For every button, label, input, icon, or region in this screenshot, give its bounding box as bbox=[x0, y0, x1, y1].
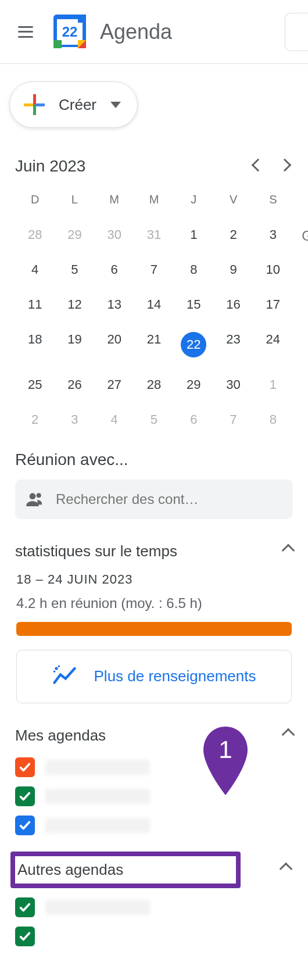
time-insights-average: 4.2 h en réunion (moy. : 6.5 h) bbox=[16, 595, 292, 611]
mini-cal-day[interactable]: 26 bbox=[55, 373, 94, 397]
calendar-name-redacted bbox=[45, 818, 150, 833]
calendar-item[interactable] bbox=[15, 922, 293, 951]
calendar-name-redacted bbox=[45, 900, 150, 915]
calendar-name-redacted bbox=[45, 760, 150, 775]
calendar-item[interactable] bbox=[15, 893, 293, 922]
time-insights-range: 18 – 24 JUIN 2023 bbox=[16, 572, 292, 587]
svg-rect-3 bbox=[53, 40, 62, 48]
mini-cal-day[interactable]: 22 bbox=[174, 327, 213, 362]
mini-cal-day[interactable]: 6 bbox=[174, 407, 213, 432]
mini-cal-day[interactable]: 16 bbox=[213, 292, 253, 317]
mini-cal-day[interactable]: 3 bbox=[253, 223, 293, 247]
people-icon bbox=[26, 490, 44, 509]
mini-cal-day[interactable]: 23 bbox=[213, 327, 253, 362]
my-calendars-list bbox=[9, 753, 299, 840]
mini-cal-day[interactable]: 7 bbox=[134, 257, 174, 282]
collapse-my-calendars[interactable] bbox=[284, 730, 293, 742]
time-insights-title[interactable]: statistiques sur le temps bbox=[15, 542, 177, 560]
mini-cal-day[interactable]: 8 bbox=[174, 257, 213, 282]
chevron-left-icon bbox=[252, 159, 265, 172]
mini-cal-day[interactable]: 11 bbox=[15, 292, 55, 317]
mini-cal-day[interactable]: 4 bbox=[95, 407, 134, 432]
mini-cal-day[interactable]: 3 bbox=[55, 407, 94, 432]
overflow-letter: G bbox=[302, 228, 308, 244]
people-search-box[interactable] bbox=[15, 480, 293, 519]
my-calendars-title[interactable]: Mes agendas bbox=[15, 727, 106, 745]
insights-icon bbox=[52, 664, 77, 689]
mini-cal-day[interactable]: 5 bbox=[55, 257, 94, 282]
chevron-down-icon bbox=[110, 102, 121, 108]
next-month-button[interactable] bbox=[280, 160, 289, 172]
mini-cal-day[interactable]: 19 bbox=[55, 327, 94, 362]
mini-cal-day[interactable]: 17 bbox=[253, 292, 293, 317]
mini-cal-day[interactable]: 13 bbox=[95, 292, 134, 317]
calendar-checkbox[interactable] bbox=[15, 927, 35, 946]
mini-cal-day[interactable]: 24 bbox=[253, 327, 293, 362]
mini-cal-day[interactable]: 1 bbox=[174, 223, 213, 247]
mini-cal-day[interactable]: 31 bbox=[134, 223, 174, 247]
prev-month-button[interactable] bbox=[253, 160, 263, 172]
people-search-input[interactable] bbox=[55, 491, 282, 508]
hamburger-icon bbox=[18, 26, 33, 38]
calendar-checkbox[interactable] bbox=[15, 757, 35, 777]
top-bar: 22 Agenda bbox=[0, 0, 308, 64]
mini-cal-day[interactable]: 18 bbox=[15, 327, 55, 362]
mini-cal-day[interactable]: 10 bbox=[253, 257, 293, 282]
mini-cal-day[interactable]: 21 bbox=[134, 327, 174, 362]
mini-cal-day[interactable]: 6 bbox=[95, 257, 134, 282]
dow-header: D bbox=[15, 187, 55, 212]
app-title: Agenda bbox=[100, 20, 172, 44]
calendar-checkbox[interactable] bbox=[15, 897, 35, 917]
mini-cal-day[interactable]: 15 bbox=[174, 292, 213, 317]
mini-cal-day[interactable]: 14 bbox=[134, 292, 174, 317]
mini-cal-day[interactable]: 20 bbox=[95, 327, 134, 362]
mini-cal-day[interactable]: 29 bbox=[55, 223, 94, 247]
mini-cal-day[interactable]: 27 bbox=[95, 373, 134, 397]
calendar-checkbox[interactable] bbox=[15, 816, 35, 835]
mini-cal-day[interactable]: 28 bbox=[15, 223, 55, 247]
mini-cal-day[interactable]: 2 bbox=[15, 407, 55, 432]
mini-cal-day[interactable]: 9 bbox=[213, 257, 253, 282]
mini-cal-day[interactable]: 30 bbox=[213, 373, 253, 397]
chevron-up-icon bbox=[282, 543, 295, 557]
dow-header: J bbox=[174, 187, 213, 212]
more-insights-button[interactable]: Plus de renseignements bbox=[16, 650, 292, 703]
svg-point-11 bbox=[53, 671, 55, 673]
svg-rect-4 bbox=[78, 15, 86, 23]
collapse-other-calendars[interactable] bbox=[281, 864, 291, 876]
mini-cal-day[interactable]: 28 bbox=[134, 373, 174, 397]
mini-cal-day[interactable]: 30 bbox=[95, 223, 134, 247]
svg-text:1: 1 bbox=[219, 736, 232, 763]
dow-header: M bbox=[95, 187, 134, 212]
calendar-logo-icon: 22 bbox=[51, 13, 88, 51]
app-brand[interactable]: 22 Agenda bbox=[51, 13, 172, 51]
mini-cal-day[interactable]: 4 bbox=[15, 257, 55, 282]
dow-header: S bbox=[253, 187, 293, 212]
other-calendars-list bbox=[9, 893, 299, 951]
mini-cal-day[interactable]: 5 bbox=[134, 407, 174, 432]
calendar-item[interactable] bbox=[15, 753, 293, 782]
create-button[interactable]: Créer bbox=[9, 81, 138, 128]
collapse-time-insights[interactable] bbox=[284, 546, 293, 557]
mini-cal-day[interactable]: 29 bbox=[174, 373, 213, 397]
chevron-up-icon bbox=[280, 862, 293, 875]
svg-point-9 bbox=[55, 667, 58, 670]
dow-header: L bbox=[55, 187, 94, 212]
other-calendars-header: Autres agendas bbox=[9, 855, 299, 885]
mini-cal-day[interactable]: 2 bbox=[213, 223, 253, 247]
plus-multicolor-icon bbox=[24, 94, 45, 115]
mini-cal-day[interactable]: 7 bbox=[213, 407, 253, 432]
svg-point-10 bbox=[58, 665, 60, 667]
mini-calendar-month: Juin 2023 bbox=[15, 157, 85, 176]
mini-cal-day[interactable]: 1 bbox=[253, 373, 293, 397]
calendar-item[interactable] bbox=[15, 811, 293, 840]
mini-cal-day[interactable]: 12 bbox=[55, 292, 94, 317]
calendar-item[interactable] bbox=[15, 782, 293, 811]
other-calendars-title[interactable]: Autres agendas bbox=[17, 861, 123, 879]
today-button-partial[interactable] bbox=[285, 13, 308, 51]
main-menu-button[interactable] bbox=[12, 18, 40, 46]
calendar-checkbox[interactable] bbox=[15, 786, 35, 806]
mini-calendar-grid: DLMMJVS282930311234567891011121314151617… bbox=[15, 187, 293, 432]
mini-cal-day[interactable]: 25 bbox=[15, 373, 55, 397]
mini-cal-day[interactable]: 8 bbox=[253, 407, 293, 432]
